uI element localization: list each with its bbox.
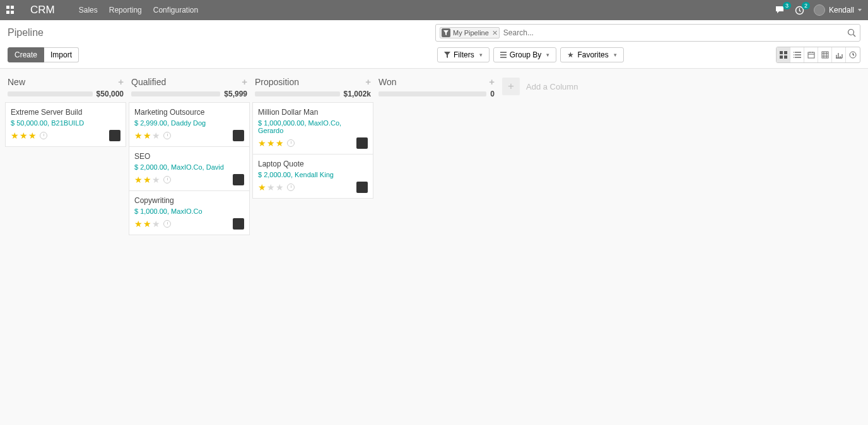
calendar-view-button[interactable]: [804, 47, 818, 62]
star-icon[interactable]: ★: [152, 219, 160, 229]
kanban-card[interactable]: Million Dollar Man $ 1,000,000.00, MaxIO…: [252, 102, 373, 154]
star-icon[interactable]: ★: [143, 131, 151, 141]
star-icon[interactable]: ★: [267, 182, 275, 192]
star-icon[interactable]: ★: [267, 138, 275, 148]
chevron-down-icon: ▾: [546, 52, 549, 58]
calendar-icon: [807, 51, 815, 59]
import-button[interactable]: Import: [44, 47, 79, 62]
card-subtitle: $ 1,000,000.00, MaxIO.Co, Gerardo: [258, 119, 368, 134]
star-icon[interactable]: ★: [258, 182, 266, 192]
assignee-avatar[interactable]: [109, 130, 120, 141]
nav-reporting[interactable]: Reporting: [109, 6, 142, 15]
card-subtitle: $ 2,000.00, Kendall King: [258, 171, 368, 178]
card-title: Marketing Outsource: [134, 108, 244, 117]
column-progress-bar[interactable]: [378, 91, 486, 96]
svg-rect-6: [784, 55, 787, 59]
nav-configuration[interactable]: Configuration: [153, 6, 198, 15]
star-icon[interactable]: ★: [258, 138, 266, 148]
create-button[interactable]: Create: [8, 47, 44, 62]
column-title[interactable]: Proposition: [255, 77, 299, 87]
list-icon: [500, 52, 507, 58]
activity-icon[interactable]: [287, 139, 295, 147]
star-icon[interactable]: ★: [134, 219, 143, 229]
pivot-view-button[interactable]: [818, 47, 832, 62]
assignee-avatar[interactable]: [356, 182, 368, 193]
facet-remove[interactable]: ✕: [492, 29, 498, 37]
star-icon[interactable]: ★: [143, 175, 151, 185]
star-icon[interactable]: ★: [152, 131, 160, 141]
priority-stars: ★★★: [258, 138, 284, 148]
kanban-card[interactable]: Extreme Server Build $ 50,000.00, B21BUI…: [5, 102, 126, 147]
svg-point-1: [848, 30, 854, 35]
kanban-card[interactable]: Marketing Outsource $ 2,999.00, Daddy Do…: [129, 102, 250, 146]
list-view-button[interactable]: [790, 47, 804, 62]
search-box[interactable]: My Pipeline ✕: [435, 24, 860, 42]
star-icon[interactable]: ★: [152, 175, 160, 185]
star-icon[interactable]: ★: [143, 219, 151, 229]
star-icon[interactable]: ★: [134, 175, 143, 185]
star-icon[interactable]: ★: [276, 182, 284, 192]
column-progress-bar[interactable]: [131, 91, 220, 96]
activity-badge: 2: [802, 2, 810, 9]
column-title[interactable]: New: [8, 77, 25, 87]
search-facet: My Pipeline ✕: [440, 27, 500, 38]
column-add-icon[interactable]: +: [242, 76, 247, 87]
star-icon[interactable]: ★: [20, 131, 28, 141]
kanban-card[interactable]: Copywriting $ 1,000.00, MaxIO.Co ★★★: [129, 190, 250, 235]
assignee-avatar[interactable]: [233, 218, 244, 230]
activity-view-button[interactable]: [846, 47, 860, 62]
card-title: Extreme Server Build: [11, 108, 120, 117]
control-panel: Pipeline My Pipeline ✕ Create Import Fil…: [0, 20, 868, 69]
kanban-card[interactable]: Laptop Quote $ 2,000.00, Kendall King ★★…: [252, 154, 373, 199]
kanban-card[interactable]: SEO $ 2,000.00, MaxIO.Co, David ★★★: [129, 146, 250, 190]
kanban-column: Qualified + $5,999 Marketing Outsource $…: [129, 75, 250, 235]
breadcrumb: Pipeline: [8, 27, 44, 38]
svg-point-9: [794, 57, 794, 58]
assignee-avatar[interactable]: [233, 174, 244, 185]
column-add-icon[interactable]: +: [489, 76, 495, 87]
activity-icon[interactable]: [163, 132, 171, 139]
priority-stars: ★★★: [134, 131, 160, 141]
column-add-icon[interactable]: +: [365, 76, 371, 87]
favorites-button[interactable]: ★ Favorites ▾: [560, 47, 623, 62]
priority-stars: ★★★: [11, 131, 37, 141]
star-icon[interactable]: ★: [134, 131, 143, 141]
activity-icon[interactable]: [163, 176, 171, 183]
graph-view-button[interactable]: [832, 47, 846, 62]
apps-icon[interactable]: [6, 6, 15, 15]
clock-icon: [849, 51, 857, 59]
column-total: $5,999: [224, 90, 247, 98]
activity-button[interactable]: 2: [795, 6, 804, 15]
column-progress-bar[interactable]: [255, 91, 340, 96]
activity-icon[interactable]: [163, 220, 171, 228]
column-add-icon[interactable]: +: [118, 76, 124, 87]
search-input[interactable]: [500, 26, 847, 39]
search-icon[interactable]: [847, 28, 856, 37]
column-title[interactable]: Won: [378, 77, 397, 87]
activity-icon[interactable]: [287, 183, 295, 191]
user-name: Kendall: [829, 6, 854, 15]
groupby-button[interactable]: Group By ▾: [493, 47, 557, 62]
assignee-avatar[interactable]: [233, 130, 244, 141]
column-title[interactable]: Qualified: [131, 77, 166, 87]
chevron-down-icon: ▾: [614, 52, 617, 58]
card-subtitle: $ 2,999.00, Daddy Dog: [134, 119, 244, 127]
kanban-board: New + $50,000 Extreme Server Build $ 50,…: [0, 69, 868, 242]
column-progress-bar[interactable]: [8, 91, 93, 96]
add-column-button[interactable]: +: [502, 78, 520, 95]
kanban-view-button[interactable]: [777, 47, 790, 62]
activity-icon[interactable]: [40, 132, 47, 139]
star-icon: ★: [567, 50, 574, 59]
app-brand[interactable]: CRM: [30, 4, 55, 16]
facet-label: My Pipeline: [453, 29, 489, 37]
star-icon[interactable]: ★: [28, 131, 37, 141]
filters-button[interactable]: Filters ▾: [437, 47, 490, 62]
svg-point-8: [794, 54, 794, 55]
nav-sales[interactable]: Sales: [79, 6, 98, 15]
star-icon[interactable]: ★: [276, 138, 284, 148]
add-column-label[interactable]: Add a Column: [526, 82, 578, 91]
user-menu[interactable]: Kendall: [814, 4, 862, 16]
messages-button[interactable]: 3: [775, 6, 785, 15]
star-icon[interactable]: ★: [11, 131, 19, 141]
assignee-avatar[interactable]: [356, 137, 368, 149]
